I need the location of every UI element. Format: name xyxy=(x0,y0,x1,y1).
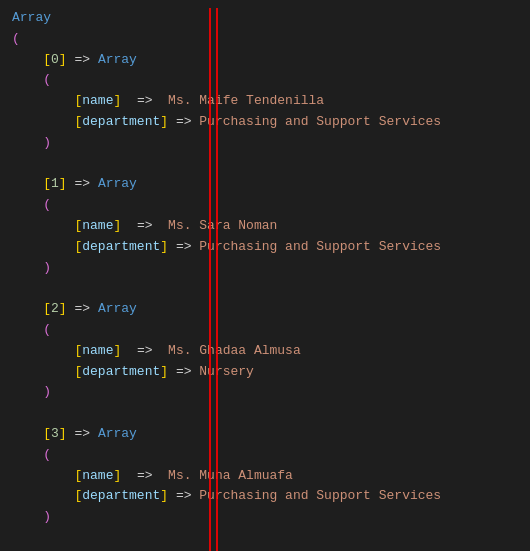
root-open: ( xyxy=(12,29,518,50)
entry-3-dept: [department] => Purchasing and Support S… xyxy=(12,486,518,507)
entry-2-spacer xyxy=(12,403,518,424)
entry-2-open: ( xyxy=(12,320,518,341)
entry-0-index: [0] => Array xyxy=(12,50,518,71)
entry-3-close: ) xyxy=(12,507,518,528)
root-label: Array xyxy=(12,8,518,29)
entry-3-open: ( xyxy=(12,445,518,466)
entry-2-index: [2] => Array xyxy=(12,299,518,320)
entry-2-dept: [department] => Nursery xyxy=(12,362,518,383)
code-output: Array ( [0] => Array ( [name] => Ms. Mai… xyxy=(12,8,518,551)
entry-0-name: [name] => Ms. Maife Tendenilla xyxy=(12,91,518,112)
entry-1-spacer xyxy=(12,278,518,299)
entry-1-open: ( xyxy=(12,195,518,216)
entry-1-index: [1] => Array xyxy=(12,174,518,195)
entry-3-spacer xyxy=(12,528,518,549)
entry-0-open: ( xyxy=(12,70,518,91)
entry-2-name: [name] => Ms. Ghadaa Almusa xyxy=(12,341,518,362)
entry-3-name: [name] => Ms. Muna Almuafa xyxy=(12,466,518,487)
entry-0-close: ) xyxy=(12,133,518,154)
entry-3-index: [3] => Array xyxy=(12,424,518,445)
entry-1-close: ) xyxy=(12,258,518,279)
entry-0-spacer xyxy=(12,154,518,175)
entry-2-close: ) xyxy=(12,382,518,403)
entry-1-name: [name] => Ms. Sara Noman xyxy=(12,216,518,237)
entry-0-dept: [department] => Purchasing and Support S… xyxy=(12,112,518,133)
entry-1-dept: [department] => Purchasing and Support S… xyxy=(12,237,518,258)
